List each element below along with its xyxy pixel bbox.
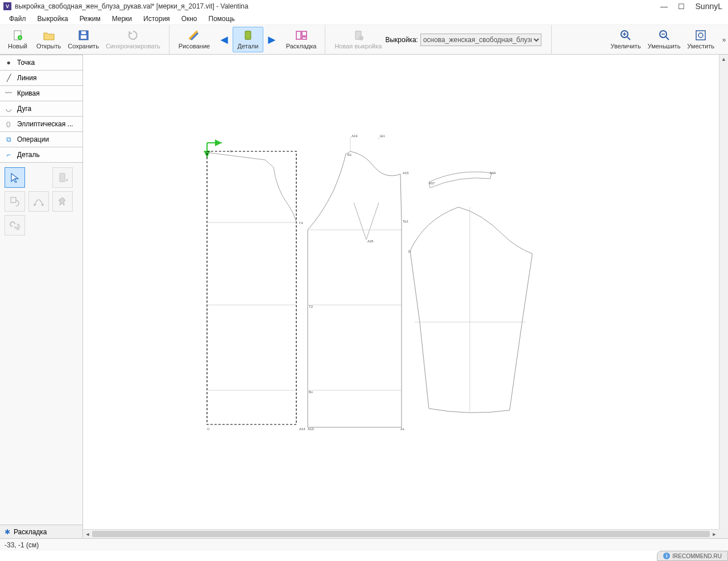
category-line[interactable]: ╱ Линия (0, 70, 82, 86)
new-pattern-button: Новая выкройка (331, 25, 385, 54)
next-arrow-icon[interactable]: ► (263, 32, 280, 47)
scroll-up-icon[interactable]: ▲ (719, 55, 728, 64)
svg-rect-10 (302, 37, 307, 39)
layout-mode-button[interactable]: Раскладка (283, 25, 320, 54)
operations-icon: ⧉ (5, 135, 13, 143)
svg-rect-8 (296, 31, 301, 39)
scroll-corner (719, 529, 728, 538)
title-bar: V выкройка_свободная_жен_блуза_рукав.val… (0, 0, 728, 13)
curve-icon: 〰 (5, 89, 13, 97)
pointer-tool[interactable] (5, 167, 25, 188)
curve-tool (28, 191, 49, 212)
ellipse-icon: ⬯ (5, 120, 13, 128)
zoom-in-icon (619, 30, 632, 41)
canvas[interactable]: А О А14 А13 А1 А19 Ш1 Б1 А15 Тр1 А25 Г4 … (83, 55, 728, 538)
category-arc[interactable]: ◡ Дуга (0, 101, 82, 117)
zoom-fit-button[interactable]: Уместить (684, 25, 718, 54)
window-title: выкройка_свободная_жен_блуза_рукав.val* … (15, 2, 249, 10)
menu-history[interactable]: История (138, 14, 176, 24)
pt-A57: А57 (429, 182, 435, 185)
menu-window[interactable]: Окно (176, 14, 203, 24)
layout-label: Раскладка (286, 43, 317, 50)
path-tool (5, 191, 25, 212)
pattern-select[interactable]: основа_женская_свободная_блузка (420, 34, 541, 46)
svg-point-23 (34, 204, 36, 206)
horizontal-scrollbar[interactable]: ◄ ► (83, 529, 719, 538)
category-operations-label: Операции (17, 135, 49, 143)
pt-A69: А69 (490, 171, 496, 175)
layout-icon (295, 30, 308, 41)
menu-pattern[interactable]: Выкройка (32, 14, 74, 24)
menu-measurements[interactable]: Мерки (106, 14, 138, 24)
menu-mode[interactable]: Режим (74, 14, 106, 24)
drawing-label: Рисование (179, 43, 210, 50)
category-arc-label: Дуга (17, 105, 31, 113)
minimize-button[interactable]: — (657, 1, 672, 11)
sync-label: Синхронизировать (106, 43, 160, 50)
pt-Tp1: Тр1 (403, 220, 409, 223)
pt-B1: Б1 (348, 153, 352, 156)
svg-point-24 (42, 204, 44, 206)
zoom-out-button[interactable]: Уменьшить (644, 25, 684, 54)
pt-O: О (207, 427, 210, 431)
arc-icon: ◡ (5, 105, 13, 113)
scroll-left-icon[interactable]: ◄ (83, 530, 92, 538)
toolbar-overflow-button[interactable]: » (720, 25, 728, 54)
status-bar: -33, -1 (см) (0, 538, 728, 551)
point-icon: ● (5, 59, 13, 67)
pt-A13: А13 (308, 427, 314, 431)
open-button[interactable]: Открыть (33, 25, 64, 54)
info-icon: i (663, 552, 670, 559)
category-curve[interactable]: 〰 Кривая (0, 85, 82, 101)
zoom-out-icon (657, 30, 671, 41)
detail-icon: ⌐ (5, 151, 13, 159)
svg-text:+: + (16, 226, 19, 231)
pt-Sh1: Ш1 (380, 134, 385, 138)
category-operations[interactable]: ⧉ Операции (0, 131, 82, 147)
svg-rect-22 (11, 197, 16, 203)
watermark: i IRECOMMEND.RU (657, 551, 728, 561)
menu-file[interactable]: Файл (3, 14, 32, 24)
category-detail-label: Деталь (17, 151, 40, 159)
layout-dock-icon: ✱ (5, 528, 10, 536)
line-icon: ╱ (5, 74, 13, 82)
save-button[interactable]: Сохранить (64, 25, 102, 54)
vertical-scrollbar[interactable]: ▲ (719, 55, 728, 529)
svg-rect-19 (696, 31, 705, 40)
drawing-mode-button[interactable]: Рисование (175, 25, 213, 54)
maximize-button[interactable]: ☐ (674, 1, 689, 11)
category-elliptical-label: Эллиптическая ... (17, 120, 73, 128)
pt-A19: А19 (351, 134, 358, 138)
sync-icon (126, 30, 140, 41)
pin-tool (52, 191, 73, 212)
pt-A: А (230, 150, 232, 153)
category-line-label: Линия (17, 74, 36, 82)
svg-line-13 (627, 37, 630, 40)
category-detail[interactable]: ⌐ Деталь (0, 147, 82, 163)
pattern-drawing: А О А14 А13 А1 А19 Ш1 Б1 А15 Тр1 А25 Г4 … (83, 55, 720, 529)
details-mode-button[interactable]: Детали (233, 27, 263, 52)
svg-text:+: + (65, 177, 68, 183)
zoom-in-button[interactable]: Увеличить (607, 25, 644, 54)
pt-A1: А1 (400, 427, 405, 431)
category-point[interactable]: ● Точка (0, 55, 82, 71)
new-button[interactable]: + Новый (2, 25, 33, 54)
menu-help[interactable]: Помощь (203, 14, 241, 24)
zoom-fit-icon (694, 30, 708, 41)
detail-piece-icon (241, 30, 255, 41)
link-tool: + (5, 215, 25, 236)
new-label: Новый (8, 43, 27, 50)
layout-dock-tab[interactable]: ✱ Раскладка (0, 525, 82, 538)
pattern-select-label: Выкройка: (385, 36, 417, 44)
pt-A14: А14 (299, 427, 305, 431)
folder-open-icon (42, 30, 56, 41)
toolbar: + Новый Открыть Сохранить Синхронизирова… (0, 25, 728, 55)
prev-arrow-icon[interactable]: ◄ (216, 32, 233, 47)
category-elliptical[interactable]: ⬯ Эллиптическая ... (0, 116, 82, 132)
hscroll-handle[interactable] (92, 531, 710, 537)
sync-button: Синхронизировать (102, 25, 164, 54)
category-point-label: Точка (17, 59, 35, 67)
scroll-right-icon[interactable]: ► (710, 530, 719, 538)
pt-A25: А25 (367, 240, 374, 243)
pt-Bn: Бп (309, 390, 313, 394)
